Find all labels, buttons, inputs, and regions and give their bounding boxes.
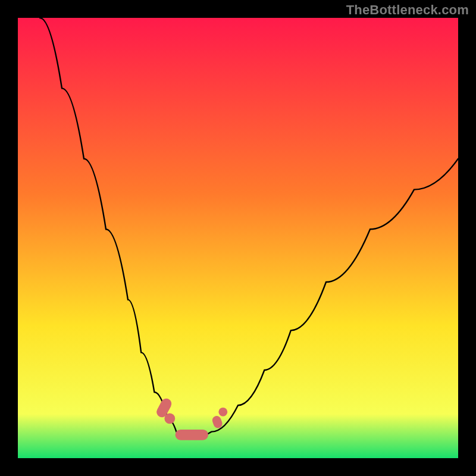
svg-rect-1 — [176, 430, 209, 440]
outer-frame: TheBottleneck.com — [0, 0, 476, 476]
marker-left-cluster-dot — [164, 414, 175, 424]
attribution-text: TheBottleneck.com — [346, 2, 469, 18]
marker-right-dot — [218, 408, 227, 416]
plot-area — [18, 18, 458, 458]
marker-bottom-bar — [176, 430, 209, 440]
gradient-background — [18, 18, 458, 458]
plot-svg — [18, 18, 458, 458]
